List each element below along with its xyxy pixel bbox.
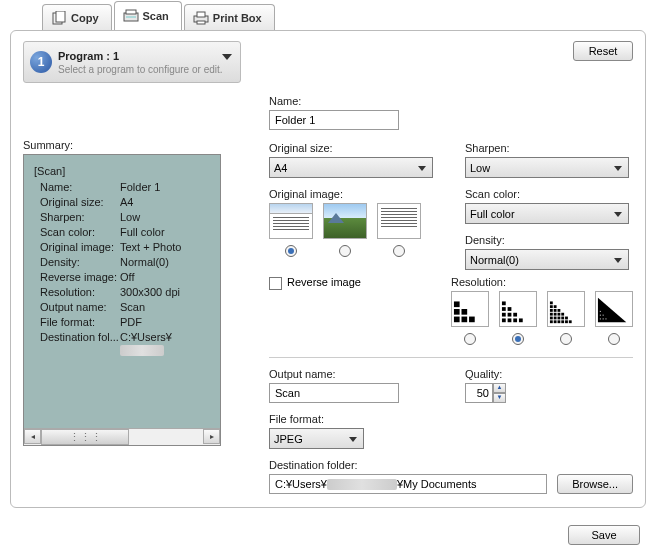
svg-rect-23: [502, 301, 506, 305]
program-number-badge: 1: [30, 51, 52, 73]
quality-spinner[interactable]: ▲▼: [465, 383, 633, 403]
original-image-thumb-text[interactable]: [377, 203, 421, 239]
reset-button[interactable]: Reset: [573, 41, 633, 61]
summary-box: [Scan] Name:Folder 1 Original size:A4 Sh…: [23, 154, 221, 446]
svg-rect-17: [519, 318, 523, 322]
svg-rect-50: [603, 315, 604, 316]
summary-heading: [Scan]: [34, 165, 210, 177]
resolution-radio-3[interactable]: [560, 333, 572, 345]
quality-spin-up[interactable]: ▲: [493, 383, 506, 393]
tab-scan[interactable]: Scan: [114, 1, 182, 30]
scroll-thumb[interactable]: ⋮⋮⋮: [41, 429, 129, 445]
name-input[interactable]: [269, 110, 399, 130]
svg-rect-42: [550, 305, 553, 308]
svg-rect-6: [197, 12, 205, 17]
summary-row: Output name:Scan: [34, 301, 210, 313]
destination-label: Destination folder:: [269, 459, 633, 471]
summary-scrollbar[interactable]: ◂ ⋮⋮⋮ ▸: [24, 428, 220, 445]
svg-rect-20: [513, 313, 517, 317]
resolution-radio-1[interactable]: [464, 333, 476, 345]
copy-icon: [51, 11, 67, 25]
save-button[interactable]: Save: [568, 525, 640, 545]
original-image-radio-3[interactable]: [393, 245, 405, 257]
svg-rect-3: [126, 10, 136, 14]
tab-printbox-label: Print Box: [213, 12, 262, 24]
original-image-thumb-photo[interactable]: [323, 203, 367, 239]
summary-row: Density:Normal(0): [34, 256, 210, 268]
svg-rect-16: [513, 318, 517, 322]
svg-rect-10: [469, 317, 475, 323]
program-title: Program : 1: [58, 50, 234, 62]
svg-rect-29: [569, 320, 572, 323]
tab-bar: Copy Scan Print Box: [0, 0, 656, 30]
quality-input[interactable]: [465, 383, 493, 403]
quality-spin-down[interactable]: ▼: [493, 393, 506, 403]
svg-rect-30: [550, 317, 553, 320]
resolution-thumb-1[interactable]: [451, 291, 489, 327]
destination-input[interactable]: C:¥Users¥¥My Documents: [269, 474, 547, 494]
output-name-label: Output name:: [269, 368, 437, 380]
reverse-image-checkbox[interactable]: Reverse image: [269, 276, 361, 288]
svg-rect-41: [558, 309, 561, 312]
resolution-thumb-2[interactable]: [499, 291, 537, 327]
resolution-thumb-4[interactable]: [595, 291, 633, 327]
browse-button[interactable]: Browse...: [557, 474, 633, 494]
program-selector[interactable]: 1 Program : 1 Select a program to config…: [23, 41, 241, 83]
svg-rect-19: [508, 313, 512, 317]
printbox-icon: [193, 11, 209, 25]
scroll-left-icon[interactable]: ◂: [24, 429, 41, 444]
file-format-select[interactable]: JPEG: [269, 428, 364, 449]
svg-rect-28: [565, 320, 568, 323]
svg-rect-46: [600, 318, 601, 319]
name-label: Name:: [269, 95, 633, 107]
tab-printbox[interactable]: Print Box: [184, 4, 275, 30]
sharpen-label: Sharpen:: [465, 142, 633, 154]
original-image-label: Original image:: [269, 188, 437, 200]
summary-row: Name:Folder 1: [34, 181, 210, 193]
tab-copy[interactable]: Copy: [42, 4, 112, 30]
svg-rect-12: [462, 309, 468, 315]
svg-rect-1: [56, 11, 65, 22]
svg-rect-34: [565, 317, 568, 320]
summary-row: Scan color:Full color: [34, 226, 210, 238]
original-image-radio-2[interactable]: [339, 245, 351, 257]
resolution-thumb-3[interactable]: [547, 291, 585, 327]
svg-rect-21: [502, 307, 506, 311]
summary-row: Resolution:300x300 dpi: [34, 286, 210, 298]
resolution-radio-2[interactable]: [512, 333, 524, 345]
output-name-input[interactable]: [269, 383, 399, 403]
sharpen-select[interactable]: Low: [465, 157, 629, 178]
program-subtitle: Select a program to configure or edit.: [58, 64, 234, 75]
svg-rect-51: [600, 311, 601, 312]
svg-rect-26: [558, 320, 561, 323]
original-size-select[interactable]: A4: [269, 157, 433, 178]
svg-rect-43: [554, 305, 557, 308]
svg-marker-45: [598, 298, 626, 323]
svg-rect-49: [600, 315, 601, 316]
svg-rect-15: [508, 318, 512, 322]
quality-label: Quality:: [465, 368, 633, 380]
divider: [269, 357, 633, 358]
svg-rect-48: [606, 318, 607, 319]
summary-row: Sharpen:Low: [34, 211, 210, 223]
svg-rect-22: [508, 307, 512, 311]
svg-rect-35: [550, 313, 553, 316]
summary-row: Reverse image:Off: [34, 271, 210, 283]
tab-scan-label: Scan: [143, 10, 169, 22]
svg-rect-27: [561, 320, 564, 323]
tab-copy-label: Copy: [71, 12, 99, 24]
resolution-radio-4[interactable]: [608, 333, 620, 345]
resolution-label: Resolution:: [451, 276, 633, 288]
svg-rect-7: [197, 21, 205, 24]
scroll-right-icon[interactable]: ▸: [203, 429, 220, 444]
svg-rect-33: [561, 317, 564, 320]
app-window: Copy Scan Print Box 1 Program : 1 Select…: [0, 0, 656, 557]
original-image-radio-1[interactable]: [285, 245, 297, 257]
original-image-thumb-textphoto[interactable]: [269, 203, 313, 239]
scan-color-select[interactable]: Full color: [465, 203, 629, 224]
summary-row: Destination fol...C:¥Users¥: [34, 331, 210, 356]
summary-row: Original image:Text + Photo: [34, 241, 210, 253]
density-select[interactable]: Normal(0): [465, 249, 629, 270]
svg-rect-37: [558, 313, 561, 316]
summary-row: Original size:A4: [34, 196, 210, 208]
